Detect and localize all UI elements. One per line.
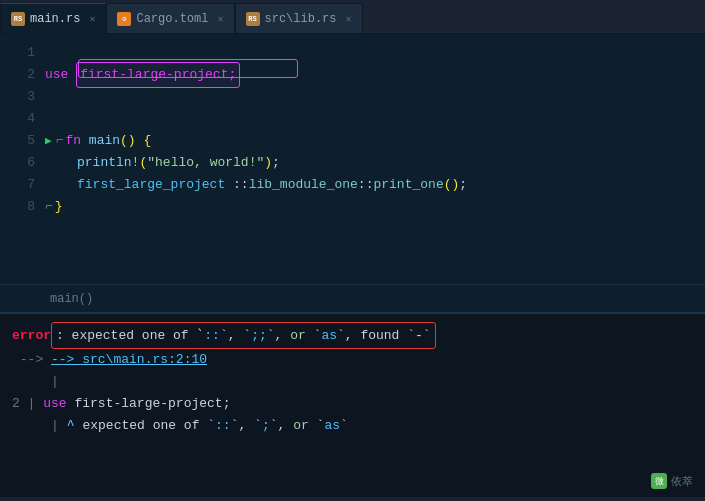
wechat-icon: 微 [651,473,667,489]
run-arrow-icon: ▶ [45,130,52,152]
colons2: :: [358,174,374,196]
use-keyword-ref: use [43,393,74,415]
fn-call-project: first_large_project [77,174,233,196]
caret-icon: ^ [67,415,75,437]
terminal-panel: error : expected one of `::`, `;;`, or `… [0,312,705,497]
arrow-dashes: --> [12,349,51,371]
rs-icon-lib: RS [246,12,260,26]
line-numbers: 1 2 3 4 5 6 7 8 [0,34,45,284]
code-line-6: println! ( "hello, world!" ) ; [45,152,705,174]
tab-main-rs[interactable]: RS main.rs ✕ [0,3,106,33]
brace-open: { [143,130,151,152]
paren-macro-open: ( [139,152,147,174]
keyword-fn: fn [65,130,88,152]
tab-label-main-rs: main.rs [30,12,80,26]
string-hello: "hello, world!" [147,152,264,174]
space [136,130,144,152]
code-line-2: use first-large-project; [45,64,705,86]
semicolon-6: ; [272,152,280,174]
code-content[interactable]: use first-large-project; ▶ ⌐ fn main () … [45,34,705,284]
tab-label-cargo-toml: Cargo.toml [136,12,208,26]
watermark: 微 依萃 [651,473,693,489]
closing-bracket-icon: ⌐ [45,196,53,218]
tab-lib-rs[interactable]: RS src\lib.rs ✕ [235,3,363,33]
code-line-8: ⌐ } [45,196,705,218]
caret-message: expected one of `::`, `;`, or `as` [75,415,348,437]
file-link[interactable]: --> src\main.rs:2:10 [51,349,207,371]
pipe-icon-3: | [12,415,59,437]
caret-line: | ^ expected one of `::`, `;`, or `as` [0,415,705,437]
fn-main-name: main [89,130,120,152]
error-line: error : expected one of `::`, `;;`, or `… [0,322,705,349]
tab-close-lib[interactable]: ✕ [346,13,352,25]
tab-label-lib-rs: src\lib.rs [265,12,337,26]
cargo-icon: ⚙ [117,12,131,26]
paren-macro-close: ) [264,152,272,174]
function-hint: main() [50,292,93,306]
tab-close-cargo[interactable]: ✕ [217,13,223,25]
code-line-1 [45,42,705,64]
paren-call: () [444,174,460,196]
fn-lib-module: lib_module_one [249,174,358,196]
brace-close: } [55,196,63,218]
fn-bracket-icon: ⌐ [56,130,64,152]
pipe-line-1: | [0,371,705,393]
tab-cargo-toml[interactable]: ⚙ Cargo.toml ✕ [106,3,234,33]
pipe-icon-1: | [12,371,59,393]
rs-icon: RS [11,12,25,26]
colons: :: [233,174,249,196]
code-ref-line: 2 | use first-large-project; [0,393,705,415]
watermark-text: 依萃 [671,474,693,489]
highlight-text: first-large-project; [76,62,240,88]
code-status-bar: main() [0,284,705,312]
arrow-line: --> --> src\main.rs:2:10 [0,349,705,371]
semicolon-7: ; [459,174,467,196]
code-line-5: ▶ ⌐ fn main () { [45,130,705,152]
tab-close-main-rs[interactable]: ✕ [89,13,95,25]
code-line-7: first_large_project :: lib_module_one ::… [45,174,705,196]
paren-open: () [120,130,136,152]
tab-bar: RS main.rs ✕ ⚙ Cargo.toml ✕ RS src\lib.r… [0,0,705,34]
keyword-use: use [45,64,76,86]
project-ref: first-large-project; [74,393,230,415]
fn-print-one: print_one [373,174,443,196]
pipe-icon-2: | [28,393,44,415]
code-line-3 [45,86,705,108]
code-editor: 1 2 3 4 5 6 7 8 use first-large-project;… [0,34,705,284]
line-num-ref: 2 [12,393,28,415]
code-line-4 [45,108,705,130]
error-message-box: : expected one of `::`, `;;`, or `as`, f… [51,322,436,349]
println-macro: println! [77,152,139,174]
error-keyword: error [12,325,51,347]
